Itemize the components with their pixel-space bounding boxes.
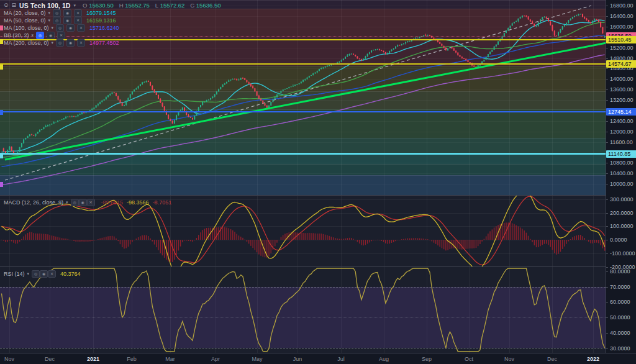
price-axis-label: 11600.00: [610, 139, 633, 145]
indicator-label: MA (200, close, 0): [4, 40, 49, 46]
settings-icon[interactable]: ◉: [66, 39, 75, 47]
delete-icon[interactable]: ✕: [87, 199, 95, 206]
chart-panel-icon[interactable]: ⊟: [12, 2, 17, 8]
delete-icon[interactable]: ✕: [74, 17, 82, 24]
macd-caret-icon[interactable]: ▾: [66, 200, 68, 204]
settings-icon[interactable]: ◉: [66, 24, 75, 32]
axis-tick: [606, 348, 608, 349]
price-axis-label: 70.0000: [610, 284, 630, 290]
delete-icon[interactable]: ✕: [77, 39, 85, 47]
low-value: 15572.62: [160, 2, 185, 9]
indicator-caret-icon[interactable]: ▾: [52, 40, 54, 45]
price-axis[interactable]: 16800.0016400.0016000.0015200.0014800.00…: [606, 0, 636, 353]
macd-canvas[interactable]: [0, 196, 606, 266]
delete-icon[interactable]: ✕: [77, 24, 85, 32]
time-axis-label: Jun: [293, 356, 302, 362]
time-axis-label: Apr: [211, 356, 220, 362]
indicator-value: 14977.4502: [89, 40, 119, 46]
delete-icon[interactable]: ✕: [48, 270, 56, 278]
chart-title-bar: ⊙ ⊟ US Tech 100, 1D ▾ O 15630.50 H 15652…: [4, 1, 220, 9]
time-axis-label: Dec: [547, 356, 557, 362]
price-axis-label: 50.0000: [610, 314, 630, 321]
rsi-caret-icon[interactable]: ▾: [27, 271, 30, 276]
visibility-icon[interactable]: ◎: [71, 199, 79, 206]
price-axis-label: 10000.00: [610, 181, 634, 187]
price-axis-label: 100.0000: [610, 223, 634, 229]
close-value: 15636.50: [196, 2, 221, 9]
price-axis-label: 300.0000: [610, 196, 634, 202]
price-axis-label: 16800.00: [610, 2, 634, 9]
settings-icon[interactable]: ◉: [79, 199, 87, 206]
price-level-line[interactable]: [0, 111, 606, 112]
price-axis-label: 10400.00: [610, 170, 634, 176]
indicator-caret-icon[interactable]: ▾: [52, 25, 54, 30]
axis-tick: [606, 253, 608, 254]
indicator-caret-icon[interactable]: ▾: [32, 33, 34, 37]
axis-tick: [606, 48, 608, 48]
indicator-caret-icon[interactable]: ▾: [48, 11, 51, 15]
visibility-icon[interactable]: ◎: [56, 39, 64, 47]
support-trendline[interactable]: [5, 43, 606, 160]
settings-icon[interactable]: ◉: [40, 270, 48, 278]
time-axis-label: May: [252, 356, 262, 362]
macd-legend: MACD (12, 26, close, 9) ▾ ◎◉✕ -89.6515-9…: [4, 199, 171, 206]
visibility-icon[interactable]: ◎: [53, 9, 61, 17]
axis-tick: [606, 16, 608, 17]
time-axis-label: Dec: [45, 356, 55, 362]
axis-tick: [606, 199, 608, 200]
time-axis-label: Feb: [127, 356, 137, 362]
price-axis-label: 80.0000: [610, 268, 630, 275]
time-axis-label: 2022: [587, 356, 599, 362]
symbol-title[interactable]: US Tech 100, 1D: [19, 2, 70, 9]
price-axis-label: 12400.00: [610, 118, 634, 124]
rsi-canvas[interactable]: [0, 267, 606, 353]
axis-tick: [606, 240, 608, 240]
left-price-marker: [0, 25, 3, 30]
pane-separator[interactable]: [0, 266, 606, 267]
visibility-icon[interactable]: ◎: [32, 270, 40, 278]
time-axis-label: Sep: [422, 356, 432, 362]
price-level-line[interactable]: [0, 153, 606, 155]
visibility-icon[interactable]: ◎: [36, 32, 44, 39]
time-axis-label: Nov: [504, 356, 514, 362]
settings-icon[interactable]: ◉: [63, 9, 71, 17]
price-axis-label: 0.0000: [610, 237, 627, 243]
delete-icon[interactable]: ✕: [74, 9, 82, 17]
settings-icon[interactable]: ◉: [63, 17, 71, 24]
low-label: L: [155, 2, 158, 9]
settings-icon[interactable]: ◉: [47, 32, 55, 39]
visibility-icon[interactable]: ◎: [56, 24, 64, 32]
indicator-caret-icon[interactable]: ▾: [48, 18, 51, 22]
visibility-icon[interactable]: ◎: [53, 17, 61, 24]
axis-tick: [606, 302, 608, 303]
time-axis[interactable]: NovDec2021FebMarAprMayJunJulAugSepOctNov…: [0, 353, 636, 364]
ma200-line[interactable]: [2, 55, 605, 185]
rsi-legend-label: RSI (14): [4, 271, 25, 277]
axis-tick: [606, 287, 608, 288]
price-axis-highlight-label: 14574.67: [606, 60, 636, 68]
axis-tick: [606, 333, 608, 334]
indicator-legend-row: MA (100, close, 0)▾◎◉✕15716.6240: [4, 24, 119, 31]
axis-tick: [606, 100, 608, 101]
axis-tick: [606, 27, 608, 27]
macd-value: -89.6515: [101, 199, 124, 206]
indicator-legend-row: MA (50, close, 0)▾◎◉✕16159.1316: [4, 17, 116, 24]
axis-tick: [606, 267, 608, 268]
indicator-label: MA (100, close, 0): [4, 25, 49, 31]
price-axis-label: 15200.00: [610, 45, 634, 51]
price-axis-highlight-label: 12745.14: [606, 108, 636, 116]
chart-eye-icon[interactable]: ⊙: [4, 2, 9, 8]
delete-icon[interactable]: ✕: [57, 32, 65, 39]
macd-pane[interactable]: MACD (12, 26, close, 9) ▾ ◎◉✕ -89.6515-9…: [0, 196, 606, 266]
rsi-pane[interactable]: RSI (14) ▾ ◎◉✕ 40.3764: [0, 267, 606, 353]
main-price-pane[interactable]: ⊙ ⊟ US Tech 100, 1D ▾ O 15630.50 H 15652…: [0, 0, 606, 195]
symbol-caret-icon[interactable]: ▾: [74, 3, 76, 7]
indicator-legend-row: MA (200, close, 0)▾◎◉✕14977.4502: [4, 39, 119, 46]
price-axis-label: -100.0000: [610, 250, 635, 257]
left-price-marker: [0, 65, 3, 70]
rsi-legend: RSI (14) ▾ ◎◉✕ 40.3764: [4, 270, 81, 277]
pane-separator[interactable]: [0, 195, 606, 196]
price-level-line[interactable]: [0, 63, 606, 65]
high-label: H: [119, 2, 124, 9]
indicator-label: MA (20, close, 0): [4, 10, 46, 16]
